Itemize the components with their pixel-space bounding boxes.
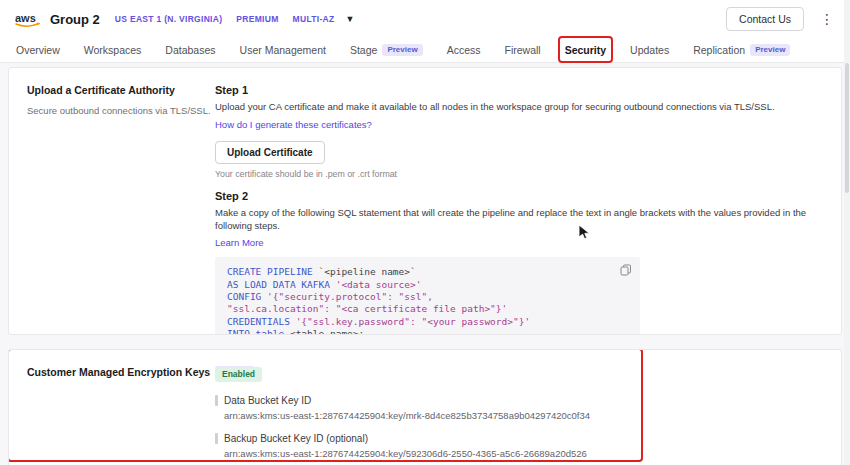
certificate-steps: Step 1 Upload your CA certificate and ma… xyxy=(215,84,823,318)
brand-area: aws Group 2 US EAST 1 (N. VIRGINIA)PREMI… xyxy=(14,11,354,28)
sql-code-block: CREATE PIPELINE `<pipeline name>`AS LOAD… xyxy=(215,257,640,335)
code-line: INTO table <table name>; xyxy=(227,328,628,335)
chevron-down-icon[interactable]: ▼ xyxy=(346,14,355,24)
tab-replication[interactable]: ReplicationPreview xyxy=(693,38,790,62)
deployment-badge: PREMIUM xyxy=(236,14,278,24)
key-bar-icon xyxy=(215,433,218,444)
upload-certificate-button[interactable]: Upload Certificate xyxy=(215,141,325,164)
code-line: "ssl.ca.location": "<ca certificate file… xyxy=(227,303,628,315)
page-title: Group 2 xyxy=(50,12,100,27)
preview-badge: Preview xyxy=(750,44,790,56)
encryption-details: Enabled Data Bucket Key IDarn:aws:kms:us… xyxy=(215,363,823,455)
key-value: arn:aws:kms:us-east-1:287674425904:key/5… xyxy=(215,448,823,459)
tab-user-management[interactable]: User Management xyxy=(240,38,326,62)
deployment-badge: MULTI-AZ xyxy=(293,14,335,24)
sql-code: CREATE PIPELINE `<pipeline name>`AS LOAD… xyxy=(227,266,628,335)
key-label: Backup Bucket Key ID (optional) xyxy=(224,433,368,444)
status-badge: Enabled xyxy=(215,367,262,382)
encryption-key-item: Backup Bucket Key ID (optional)arn:aws:k… xyxy=(215,433,823,459)
header-badges: US EAST 1 (N. VIRGINIA)PREMIUMMULTI-AZ xyxy=(115,14,335,24)
key-list: Data Bucket Key IDarn:aws:kms:us-east-1:… xyxy=(215,395,823,459)
code-line: AS LOAD DATA KAFKA '<data source>' xyxy=(227,279,628,291)
tab-label: Workspaces xyxy=(84,44,142,56)
step1-description: Upload your CA certificate and make it a… xyxy=(215,101,823,114)
generate-certificates-link[interactable]: How do I generate these certificates? xyxy=(215,119,372,130)
section-title: Upload a Certificate Authority xyxy=(27,84,215,96)
preview-badge: Preview xyxy=(382,44,422,56)
key-bar-icon xyxy=(215,395,218,406)
tab-stage[interactable]: StagePreview xyxy=(350,38,423,62)
tab-access[interactable]: Access xyxy=(447,38,481,62)
tab-label: Firewall xyxy=(504,44,540,56)
tab-label: Overview xyxy=(16,44,60,56)
tab-databases[interactable]: Databases xyxy=(165,38,215,62)
tab-label: Security xyxy=(565,44,606,56)
copy-icon[interactable] xyxy=(620,264,632,276)
header-actions: Contact Us ⋮ xyxy=(726,7,834,31)
certificate-section-intro: Upload a Certificate Authority Secure ou… xyxy=(27,84,215,318)
tab-updates[interactable]: Updates xyxy=(630,38,669,62)
kebab-menu-icon[interactable]: ⋮ xyxy=(820,11,834,27)
tab-label: Databases xyxy=(165,44,215,56)
tab-label: Replication xyxy=(693,44,745,56)
code-line: CREDENTIALS '{"ssl.key.password": "<your… xyxy=(227,316,628,328)
certificate-authority-section: Upload a Certificate Authority Secure ou… xyxy=(8,67,842,335)
tab-label: Access xyxy=(447,44,481,56)
tab-workspaces[interactable]: Workspaces xyxy=(84,38,142,62)
svg-text:aws: aws xyxy=(15,12,36,24)
tab-firewall[interactable]: Firewall xyxy=(504,38,540,62)
scrollbar-thumb[interactable] xyxy=(845,63,849,193)
contact-us-button[interactable]: Contact Us xyxy=(726,7,804,31)
encryption-keys-section: Customer Managed Encryption Keys Preview… xyxy=(8,349,842,465)
step1-heading: Step 1 xyxy=(215,84,823,96)
section-subtitle: Secure outbound connections via TLS/SSL. xyxy=(27,104,215,117)
tab-label: Stage xyxy=(350,44,377,56)
tab-bar: OverviewWorkspacesDatabasesUser Manageme… xyxy=(0,38,850,63)
learn-more-link[interactable]: Learn More xyxy=(215,237,264,248)
tab-security[interactable]: Security xyxy=(565,38,606,62)
certificate-format-hint: Your certificate should be in .pem or .c… xyxy=(215,169,823,179)
encryption-key-item: Data Bucket Key IDarn:aws:kms:us-east-1:… xyxy=(215,395,823,421)
tab-overview[interactable]: Overview xyxy=(16,38,60,62)
aws-logo-icon: aws xyxy=(14,11,41,28)
code-line: CONFIG '{"security.protocol": "ssl", xyxy=(227,291,628,303)
step2-heading: Step 2 xyxy=(215,190,823,202)
tab-label: User Management xyxy=(240,44,326,56)
key-label: Data Bucket Key ID xyxy=(224,395,311,406)
section-title: Customer Managed Encryption Keys xyxy=(27,366,210,378)
top-header: aws Group 2 US EAST 1 (N. VIRGINIA)PREMI… xyxy=(0,0,850,38)
tab-label: Updates xyxy=(630,44,669,56)
step2-description: Make a copy of the following SQL stateme… xyxy=(215,207,823,233)
scrollbar-track[interactable] xyxy=(844,0,850,465)
encryption-section-intro: Customer Managed Encryption Keys Preview xyxy=(27,363,215,378)
deployment-badge: US EAST 1 (N. VIRGINIA) xyxy=(115,14,223,24)
code-line: CREATE PIPELINE `<pipeline name>` xyxy=(227,266,628,278)
main-content: Upload a Certificate Authority Secure ou… xyxy=(0,63,850,465)
key-value: arn:aws:kms:us-east-1:287674425904:key/m… xyxy=(215,410,823,421)
